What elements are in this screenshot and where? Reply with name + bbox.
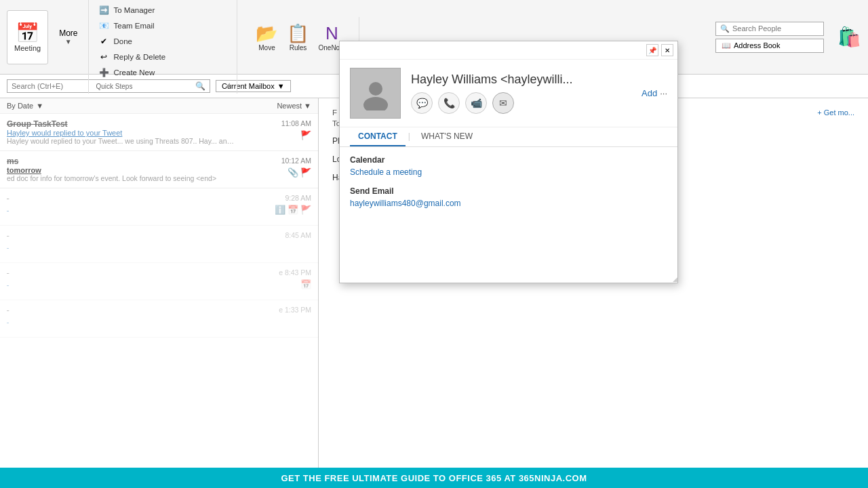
qs-team-email[interactable]: 📧 Team Email [96, 19, 230, 33]
address-book-icon: 📖 [722, 41, 731, 50]
sort-by-date-button[interactable]: By Date [7, 102, 33, 110]
email-subject [7, 203, 311, 211]
get-more-link[interactable]: + Get mo... [817, 108, 854, 117]
popup-pin-button[interactable]: 📌 [646, 44, 658, 56]
quick-steps-list: 📁 Newsletters ➡️ To Manager 📧 Team Email… [96, 0, 230, 79]
search-people-icon: 🔍 [720, 24, 730, 33]
email-subject: Hayley would replied to your Tweet [7, 129, 311, 137]
team-email-icon: 📧 [98, 20, 109, 31]
email-item[interactable]: ms tomorrow ed doc for info for tomorrow… [0, 151, 318, 188]
avatar-silhouette [359, 77, 393, 110]
email-time: 8:45 AM [285, 231, 311, 239]
flag-icon: 🚩 [300, 205, 311, 215]
attachment-icon: 📎 [288, 167, 298, 178]
more-options-button[interactable]: ··· [660, 88, 667, 98]
qs-done-label: Done [113, 37, 132, 45]
email-icons: 📎 🚩 [288, 167, 311, 178]
email-sender [7, 231, 311, 241]
email-section: Send Email hayleywilliams480@gmail.com [350, 186, 667, 208]
email-subject [7, 315, 311, 323]
qs-create-new[interactable]: ➕ Create New [96, 66, 230, 79]
sort-arrow-icon: ▼ [36, 102, 43, 110]
add-contact-button[interactable]: Add [642, 88, 657, 98]
qs-done[interactable]: ✔ Done [96, 35, 230, 48]
rules-label: Rules [290, 44, 307, 52]
move-icons: 📂 Move 📋 Rules N OneNote [253, 20, 348, 54]
move-button[interactable]: 📂 Move [253, 20, 280, 54]
popup-titlebar: 📌 ✕ [340, 41, 677, 60]
onenote-icon: N [326, 23, 338, 44]
quick-steps-section: 📁 Newsletters ➡️ To Manager 📧 Team Email… [88, 0, 237, 94]
email-sender: ms [7, 157, 311, 166]
store-icon[interactable]: 🛍️ [837, 26, 861, 48]
video-action-button[interactable]: 📹 [465, 92, 487, 114]
popup-body: Calendar Schedule a meeting Send Email h… [340, 147, 677, 283]
checkmark-icon: ✔ [98, 36, 109, 47]
qs-to-manager[interactable]: ➡️ To Manager [96, 3, 230, 17]
phone-action-button[interactable]: 📞 [438, 92, 460, 114]
search-people-input[interactable] [732, 24, 819, 33]
email-sender [7, 306, 311, 315]
email-item[interactable]: e 8:43 PM 📅 [0, 263, 318, 300]
email-icons: 📅 [300, 279, 311, 289]
from-label: F [332, 108, 337, 117]
calendar-section: Calendar Schedule a meeting [350, 155, 667, 177]
search-people-box[interactable]: 🔍 [715, 22, 824, 36]
email-preview [7, 323, 311, 331]
email-preview [7, 286, 311, 294]
meeting-button[interactable]: 📅 Meeting [7, 10, 48, 64]
popup-close-button[interactable]: ✕ [661, 44, 673, 56]
more-button[interactable]: More ▼ [54, 10, 83, 64]
meeting-icon: 📅 [16, 22, 39, 44]
email-time: e 8:43 PM [279, 268, 311, 277]
email-item[interactable]: 8:45 AM [0, 226, 318, 263]
email-list: By Date ▼ Newest ▼ Group TaskTest Hayley… [0, 98, 319, 468]
contact-email-link[interactable]: hayleywilliams480@gmail.com [350, 199, 461, 208]
qs-to-manager-label: To Manager [113, 6, 155, 14]
email-subject [7, 241, 311, 249]
qs-reply-delete-label: Reply & Delete [113, 53, 165, 61]
more-label: More [59, 28, 77, 38]
info-icon: ℹ️ [275, 205, 285, 215]
move-label: Move [258, 44, 275, 52]
email-item[interactable]: Group TaskTest Hayley would replied to y… [0, 114, 318, 151]
flag-icon: 🚩 [300, 130, 311, 140]
tab-separator: | [406, 127, 413, 146]
chat-action-button[interactable]: 💬 [411, 92, 433, 114]
contact-name-area: Hayley Williams <hayleywilli... 💬 📞 📹 ✉ [411, 73, 631, 114]
email-action-button[interactable]: ✉ [492, 92, 514, 114]
email-time: 9:28 AM [285, 194, 311, 202]
qs-reply-delete[interactable]: ↩ Reply & Delete [96, 50, 230, 64]
email-sender [7, 268, 311, 278]
tab-whats-new[interactable]: WHAT'S NEW [413, 127, 481, 146]
quick-steps-expand-icon[interactable]: ◢ [225, 81, 230, 90]
schedule-meeting-link[interactable]: Schedule a meeting [350, 167, 422, 177]
qs-create-new-label: Create New [113, 68, 155, 77]
popup-header: Hayley Williams <hayleywilli... 💬 📞 📹 ✉ … [340, 60, 677, 127]
address-book-label: Address Book [734, 41, 780, 49]
qs-newsletters[interactable]: 📁 Newsletters [96, 0, 230, 1]
contact-name: Hayley Williams <hayleywilli... [411, 73, 631, 87]
contact-popup: 📌 ✕ Hayley Williams <hayleywilli... 💬 📞 … [339, 41, 678, 283]
popup-action-icons: 💬 📞 📹 ✉ [411, 92, 631, 114]
email-item[interactable]: e 1:33 PM [0, 300, 318, 338]
calendar-icon: 📅 [300, 279, 311, 289]
email-preview [7, 211, 311, 220]
email-time: e 1:33 PM [279, 306, 311, 314]
current-mailbox-arrow-icon: ▼ [277, 82, 285, 90]
move-icon: 📂 [256, 23, 277, 44]
send-email-section-title: Send Email [350, 186, 667, 196]
address-book-button[interactable]: 📖 Address Book [715, 39, 824, 53]
rules-button[interactable]: 📋 Rules [284, 20, 311, 54]
calendar-section-title: Calendar [350, 155, 667, 165]
tab-contact[interactable]: CONTACT [350, 127, 406, 146]
resize-handle[interactable]: ◢ [671, 276, 677, 283]
rules-icon: 📋 [287, 23, 309, 44]
toolbar-left: 📅 Meeting More ▼ 📁 Newsletters ➡️ To Man… [0, 0, 366, 74]
banner-text: GET THE FREE ULTIMATE GUIDE TO OFFICE 36… [281, 473, 587, 483]
email-preview [7, 249, 311, 257]
flag-icon: 🚩 [300, 167, 311, 178]
sort-newest-button[interactable]: Newest ▼ [277, 102, 311, 110]
email-item[interactable]: 9:28 AM ℹ️ 📅 🚩 [0, 188, 318, 226]
email-subject: tomorrow [7, 166, 311, 174]
